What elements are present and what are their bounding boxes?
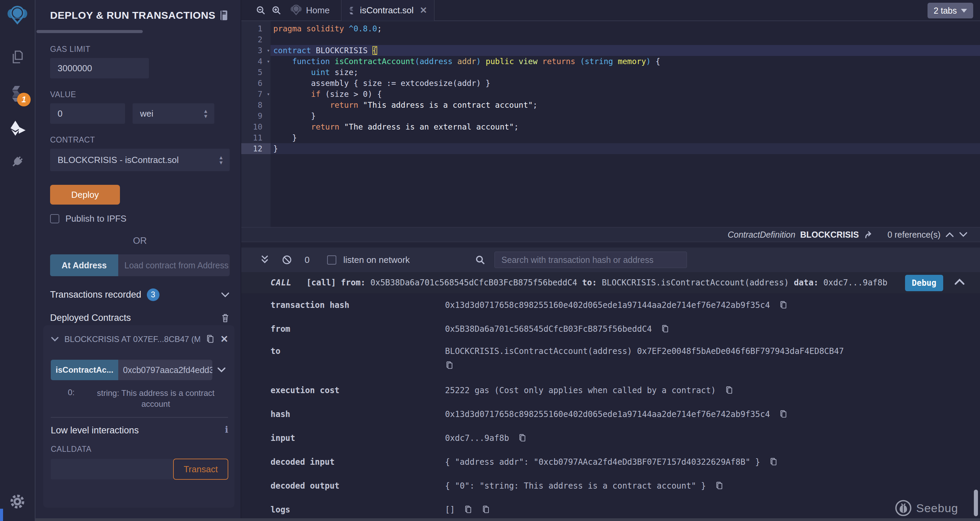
- code-text: }: [270, 110, 980, 121]
- listen-network-checkbox[interactable]: [327, 255, 336, 264]
- zoom-in-icon[interactable]: [271, 5, 282, 15]
- fold-arrow-icon[interactable]: ▾: [267, 56, 270, 67]
- clear-console-icon[interactable]: [282, 254, 293, 265]
- code-line-5[interactable]: 5 uint size;: [241, 67, 980, 78]
- terminal-call-text: CALL [call] from: 0x5B38Da6a701c568545dC…: [270, 278, 887, 287]
- line-number[interactable]: 3▾: [241, 45, 270, 56]
- panel-scrollbar[interactable]: [37, 30, 143, 33]
- info-icon[interactable]: i: [225, 425, 228, 434]
- line-number[interactable]: 1: [241, 23, 270, 34]
- copy-icon[interactable]: [779, 300, 788, 310]
- code-line-2[interactable]: 2: [241, 34, 980, 45]
- tab-close-icon[interactable]: ✕: [420, 5, 427, 16]
- solidity-compiler-icon[interactable]: 1: [10, 85, 25, 102]
- function-call-button[interactable]: isContractAc...: [51, 360, 118, 380]
- deploy-button[interactable]: Deploy: [50, 185, 120, 205]
- plugin-manager-icon[interactable]: [9, 153, 25, 170]
- deploy-run-icon[interactable]: [8, 120, 26, 136]
- line-number[interactable]: 5: [241, 67, 270, 78]
- table-row: decoded output { "0": "string: This addr…: [241, 474, 980, 498]
- copy-icon[interactable]: [518, 433, 527, 443]
- function-arg-input[interactable]: 0xcb0797aaca2fd4edd3: [118, 360, 212, 380]
- at-address-button[interactable]: At Address: [50, 254, 118, 276]
- pending-count: 0: [305, 255, 309, 265]
- vertical-scrollbar[interactable]: [974, 490, 978, 516]
- tab-home[interactable]: Home: [290, 4, 329, 16]
- horizontal-scrollbar[interactable]: [35, 518, 980, 521]
- trash-icon[interactable]: [221, 313, 230, 323]
- code-line-8[interactable]: 8 return "This address is a contract acc…: [241, 100, 980, 110]
- line-number[interactable]: 2: [241, 34, 270, 45]
- code-line-11[interactable]: 11 }: [241, 132, 980, 143]
- copy-icon[interactable]: [464, 505, 473, 515]
- chevron-down-icon[interactable]: [959, 231, 968, 237]
- calldata-input[interactable]: [51, 459, 174, 480]
- contract-select[interactable]: BLOCKCRISIS - isContract.sol ▲▼: [50, 149, 230, 171]
- debug-button[interactable]: Debug: [905, 275, 943, 291]
- line-number[interactable]: 12: [241, 143, 270, 154]
- line-number[interactable]: 8: [241, 100, 270, 110]
- copy-icon[interactable]: [779, 409, 788, 419]
- value-unit-select[interactable]: wei ▲▼: [132, 103, 214, 124]
- code-editor[interactable]: 1pragma solidity ^0.8.0;23▾contract BLOC…: [241, 21, 980, 227]
- table-row: hash 0x13d3d0717658c898255160e402d065ede…: [241, 402, 980, 426]
- copy-icon[interactable]: [769, 457, 778, 467]
- fold-arrow-icon[interactable]: ▾: [267, 45, 270, 56]
- value-input[interactable]: 0: [50, 103, 125, 124]
- file-explorer-icon[interactable]: [9, 49, 25, 65]
- compiler-badge: 1: [17, 93, 31, 107]
- zoom-out-icon[interactable]: [256, 5, 266, 15]
- row-label: transaction hash: [270, 300, 445, 310]
- remix-logo-icon[interactable]: [8, 5, 27, 27]
- code-text: if (size > 0) {: [270, 89, 980, 100]
- table-row: input 0xdc7...9af8b: [241, 426, 980, 450]
- deployed-contract-title[interactable]: BLOCKCRISIS AT 0X7EF...8CB47 (ME: [64, 335, 200, 344]
- gas-limit-label: GAS LIMIT: [50, 45, 229, 54]
- line-number[interactable]: 10: [241, 121, 270, 132]
- deployed-contract-card: BLOCKCRISIS AT 0X7EF...8CB47 (ME ✕ isCon…: [43, 325, 234, 508]
- line-number[interactable]: 6: [241, 78, 270, 89]
- output-value: string: This address is a contract accou…: [84, 388, 227, 409]
- line-number[interactable]: 4▾: [241, 56, 270, 67]
- code-line-12[interactable]: 12}: [241, 143, 980, 154]
- gas-limit-input[interactable]: 3000000: [50, 58, 149, 78]
- tab-iscontract-sol[interactable]: isContract.sol ✕: [341, 0, 434, 21]
- line-number[interactable]: 11: [241, 132, 270, 143]
- chevron-down-icon[interactable]: [221, 292, 230, 298]
- chevron-down-icon[interactable]: [217, 367, 226, 373]
- row-label: to: [270, 346, 445, 356]
- tabs-dropdown-button[interactable]: 2 tabs: [928, 3, 973, 18]
- close-icon[interactable]: ✕: [221, 333, 228, 345]
- settings-gear-icon[interactable]: [9, 493, 26, 510]
- publish-ipfs-checkbox[interactable]: [50, 214, 59, 223]
- copy-icon[interactable]: [725, 386, 733, 395]
- copy-icon[interactable]: [205, 334, 215, 344]
- copy-icon[interactable]: [482, 505, 490, 515]
- code-line-1[interactable]: 1pragma solidity ^0.8.0;: [241, 23, 980, 34]
- code-line-4[interactable]: 4▾ function isContractAccount(address ad…: [241, 56, 980, 67]
- documentation-icon[interactable]: [219, 10, 229, 21]
- goto-definition-icon[interactable]: [864, 230, 874, 239]
- code-line-7[interactable]: 7▾ if (size > 0) {: [241, 89, 980, 100]
- transact-button[interactable]: Transact: [173, 459, 228, 480]
- code-line-9[interactable]: 9 }: [241, 110, 980, 121]
- chevron-up-icon[interactable]: [954, 277, 965, 286]
- value-unit-text: wei: [140, 108, 153, 119]
- terminal-call-row[interactable]: CALL [call] from: 0x5B38Da6a701c568545dC…: [241, 272, 980, 293]
- code-line-6[interactable]: 6 assembly { size := extcodesize(addr) }: [241, 78, 980, 89]
- at-address-input[interactable]: Load contract from Address: [118, 254, 230, 276]
- code-line-3[interactable]: 3▾contract BLOCKCRISIS {: [241, 45, 980, 56]
- line-number[interactable]: 9: [241, 110, 270, 121]
- copy-icon[interactable]: [661, 324, 670, 334]
- double-chevron-down-icon[interactable]: [260, 255, 269, 265]
- line-number[interactable]: 7▾: [241, 89, 270, 100]
- fold-arrow-icon[interactable]: ▾: [267, 89, 270, 100]
- divider: [51, 417, 228, 418]
- copy-icon[interactable]: [715, 481, 724, 491]
- terminal-search-input[interactable]: Search with transaction hash or address: [495, 252, 687, 268]
- chevron-down-icon[interactable]: [51, 336, 59, 342]
- code-text: return "The address is an external accou…: [270, 121, 980, 132]
- code-line-10[interactable]: 10 return "The address is an external ac…: [241, 121, 980, 132]
- chevron-up-icon[interactable]: [945, 231, 954, 237]
- copy-icon[interactable]: [445, 361, 844, 370]
